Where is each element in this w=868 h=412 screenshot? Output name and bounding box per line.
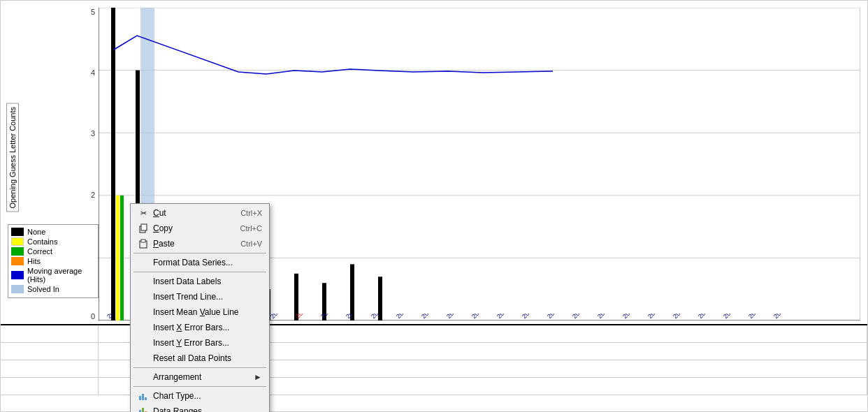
svg-rect-8 — [116, 196, 120, 321]
svg-rect-7 — [111, 8, 115, 321]
legend-item-hits: Hits — [11, 257, 95, 265]
menu-item-paste[interactable]: Paste Ctrl+V — [131, 236, 269, 251]
svg-rect-23 — [142, 394, 144, 400]
menu-item-insert-y-error-bars[interactable]: Insert Y Error Bars... — [131, 335, 269, 351]
legend-color-none — [11, 228, 24, 236]
paste-icon — [136, 238, 150, 249]
legend-item-none: None — [11, 228, 95, 236]
menu-item-insert-x-error-bars[interactable]: Insert X Error Bars... — [131, 320, 269, 335]
svg-rect-16 — [350, 264, 354, 321]
submenu-arrow-icon: ► — [254, 372, 262, 382]
svg-rect-19 — [141, 224, 147, 230]
legend-item-solved-in: Solved In — [11, 285, 95, 293]
menu-separator-4 — [133, 386, 266, 387]
legend-item-contains: Contains — [11, 237, 95, 246]
legend-item-moving-avg: Moving average (Hits) — [11, 267, 95, 284]
menu-item-reset-data-points[interactable]: Reset all Data Points — [131, 351, 269, 366]
scissors-icon: ✂ — [136, 207, 150, 219]
menu-item-data-ranges[interactable]: Data Ranges... — [131, 404, 269, 412]
menu-item-insert-data-labels[interactable]: Insert Data Labels — [131, 274, 269, 289]
legend-color-contains — [11, 237, 24, 246]
context-menu[interactable]: ✂ Cut Ctrl+X Copy Ctrl+C Paste Ctr — [130, 203, 270, 412]
chart-legend: None Contains Correct Hits Moving averag… — [8, 224, 99, 298]
menu-item-copy[interactable]: Copy Ctrl+C — [131, 221, 269, 236]
menu-item-insert-mean-line[interactable]: Insert Mean Value Line — [131, 304, 269, 320]
legend-color-hits — [11, 257, 24, 265]
chart-container: Opening Guess Letter Counts 5 4 3 2 1 0 — [0, 0, 868, 412]
chart-right-border — [860, 8, 860, 321]
copy-icon — [136, 223, 150, 234]
svg-rect-9 — [120, 196, 124, 321]
chart-type-icon — [136, 390, 150, 402]
legend-color-solved-in — [11, 285, 24, 293]
legend-color-correct — [11, 247, 24, 256]
menu-separator-3 — [133, 367, 266, 368]
svg-rect-21 — [141, 240, 145, 242]
data-ranges-icon — [136, 406, 150, 412]
menu-item-arrangement[interactable]: Arrangement ► — [131, 369, 269, 385]
svg-rect-26 — [142, 408, 144, 412]
menu-item-insert-trend-line[interactable]: Insert Trend Line... — [131, 289, 269, 304]
legend-item-correct: Correct — [11, 247, 95, 256]
legend-color-moving-avg — [11, 271, 24, 279]
menu-item-format-series[interactable]: Format Data Series... — [131, 255, 269, 270]
menu-item-cut[interactable]: ✂ Cut Ctrl+X — [131, 205, 269, 221]
svg-rect-24 — [145, 397, 147, 400]
menu-separator-1 — [133, 253, 266, 253]
menu-separator-2 — [133, 272, 266, 272]
menu-item-chart-type[interactable]: Chart Type... — [131, 388, 269, 404]
svg-rect-22 — [139, 396, 141, 400]
